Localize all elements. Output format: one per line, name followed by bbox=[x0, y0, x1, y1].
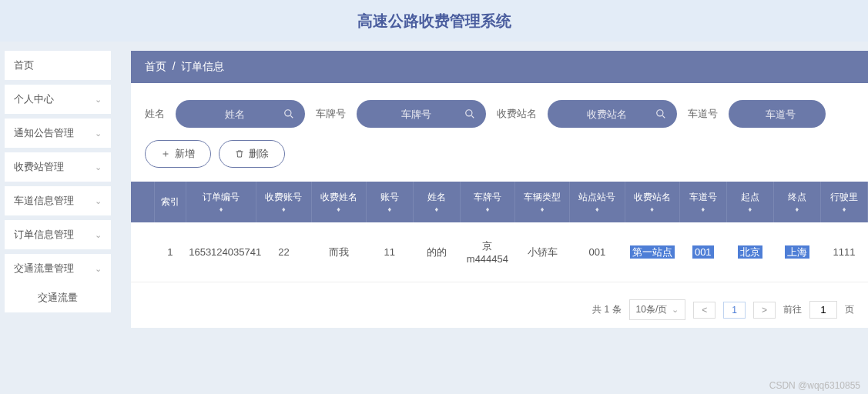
svg-point-2 bbox=[657, 110, 663, 116]
sidebar-item-notice[interactable]: 通知公告管理⌄ bbox=[5, 119, 111, 148]
chevron-down-icon: ⌄ bbox=[95, 129, 102, 139]
chevron-down-icon: ⌄ bbox=[95, 264, 102, 274]
pager-pagesize-select[interactable]: 10条/页 ⌄ bbox=[629, 299, 686, 320]
table-cell: 001 bbox=[570, 222, 625, 282]
filter-bar: 姓名 车牌号 收费站名 车道号 bbox=[131, 83, 868, 135]
table-cell: 的的 bbox=[413, 222, 460, 282]
table-cell: 而我 bbox=[311, 222, 366, 282]
filter-input-station[interactable] bbox=[565, 109, 649, 120]
filter-input-station-wrap bbox=[548, 100, 677, 128]
pagination: 共 1 条 10条/页 ⌄ < 1 > 前往 页 bbox=[131, 292, 868, 328]
table-cell: 1653124035741 bbox=[186, 222, 256, 282]
sidebar: 首页 个人中心⌄ 通知公告管理⌄ 收费站管理⌄ 车道信息管理⌄ 订单信息管理⌄ … bbox=[0, 42, 116, 394]
filter-label-station: 收费站名 bbox=[497, 107, 537, 121]
app-title: 高速公路收费管理系统 bbox=[357, 11, 511, 32]
sidebar-item-order[interactable]: 订单信息管理⌄ bbox=[5, 220, 111, 249]
pager-goto-input[interactable] bbox=[809, 301, 837, 319]
breadcrumb-current: 订单信息 bbox=[181, 60, 224, 72]
table-body: 1165312403574122而我11的的京m444454小轿车001第一站点… bbox=[131, 222, 868, 282]
pager-next-button[interactable]: > bbox=[753, 302, 776, 319]
svg-point-0 bbox=[285, 110, 291, 116]
sidebar-item-home[interactable]: 首页 bbox=[5, 51, 111, 80]
table-header-cell[interactable]: 站点站号♦ bbox=[570, 182, 625, 222]
table-cell: 京m444454 bbox=[460, 222, 514, 282]
action-bar: 新增 删除 bbox=[131, 135, 868, 182]
data-table-wrap: 索引订单编号♦收费账号♦收费姓名♦账号♦姓名♦车牌号♦车辆类型♦站点站号♦收费站… bbox=[131, 182, 868, 292]
table-header-cell[interactable]: 姓名♦ bbox=[413, 182, 460, 222]
sidebar-subitem-traffic[interactable]: 交通流量 bbox=[5, 283, 111, 312]
chevron-down-icon: ⌄ bbox=[95, 230, 102, 240]
main-content: 首页 / 订单信息 姓名 车牌号 收费站名 车道号 bbox=[116, 42, 868, 394]
table-cell: 11 bbox=[366, 222, 413, 282]
breadcrumb: 首页 / 订单信息 bbox=[131, 51, 868, 83]
filter-input-plate[interactable] bbox=[374, 109, 458, 120]
filter-input-lane[interactable] bbox=[746, 109, 815, 120]
search-icon bbox=[464, 109, 475, 119]
table-header-cell[interactable]: 车辆类型♦ bbox=[515, 182, 570, 222]
table-cell: 小轿车 bbox=[515, 222, 570, 282]
table-header-cell[interactable]: 车牌号♦ bbox=[460, 182, 514, 222]
table-header-cell[interactable]: 起点♦ bbox=[726, 182, 773, 222]
pager-prev-button[interactable]: < bbox=[693, 302, 716, 319]
table-cell: 001 bbox=[679, 222, 726, 282]
table-cell: 1111 bbox=[820, 222, 867, 282]
watermark: CSDN @wqq6310855 bbox=[769, 380, 860, 391]
app-header: 高速公路收费管理系统 bbox=[0, 0, 868, 42]
sidebar-item-traffic[interactable]: 交通流量管理⌄ bbox=[5, 254, 111, 283]
chevron-down-icon: ⌄ bbox=[672, 305, 679, 315]
filter-input-name-wrap bbox=[176, 100, 305, 128]
table-header-cell[interactable]: 索引 bbox=[155, 182, 186, 222]
filter-input-plate-wrap bbox=[357, 100, 486, 128]
chevron-down-icon: ⌄ bbox=[95, 196, 102, 206]
plus-icon bbox=[161, 149, 170, 159]
pager-goto-suffix: 页 bbox=[845, 303, 854, 316]
filter-input-name[interactable] bbox=[193, 109, 277, 120]
pager-total: 共 1 条 bbox=[592, 303, 621, 316]
delete-button[interactable]: 删除 bbox=[219, 140, 285, 168]
table-header-cell[interactable]: 车道号♦ bbox=[679, 182, 726, 222]
sidebar-item-tollstation[interactable]: 收费站管理⌄ bbox=[5, 152, 111, 182]
table-header-cell[interactable]: 订单编号♦ bbox=[186, 182, 256, 222]
table-cell: 1 bbox=[155, 222, 186, 282]
data-table: 索引订单编号♦收费账号♦收费姓名♦账号♦姓名♦车牌号♦车辆类型♦站点站号♦收费站… bbox=[131, 182, 868, 282]
sidebar-item-profile[interactable]: 个人中心⌄ bbox=[5, 85, 111, 114]
filter-label-lane: 车道号 bbox=[688, 107, 718, 121]
table-header-cell[interactable]: 收费姓名♦ bbox=[311, 182, 366, 222]
chevron-down-icon: ⌄ bbox=[95, 162, 102, 172]
table-header-cell[interactable]: 终点♦ bbox=[773, 182, 820, 222]
pager-page-1[interactable]: 1 bbox=[723, 302, 746, 319]
table-header-cell[interactable]: 收费账号♦ bbox=[256, 182, 311, 222]
trash-icon bbox=[235, 149, 244, 159]
table-header-row: 索引订单编号♦收费账号♦收费姓名♦账号♦姓名♦车牌号♦车辆类型♦站点站号♦收费站… bbox=[131, 182, 868, 222]
chevron-down-icon: ⌄ bbox=[95, 95, 102, 105]
table-cell: 北京 bbox=[726, 222, 773, 282]
table-cell: 上海 bbox=[773, 222, 820, 282]
table-header-cell[interactable]: 行驶里♦ bbox=[820, 182, 867, 222]
filter-input-lane-wrap bbox=[729, 100, 826, 128]
search-icon bbox=[283, 109, 294, 119]
table-cell: 22 bbox=[256, 222, 311, 282]
table-row[interactable]: 1165312403574122而我11的的京m444454小轿车001第一站点… bbox=[131, 222, 868, 282]
breadcrumb-root[interactable]: 首页 bbox=[145, 60, 166, 72]
filter-label-name: 姓名 bbox=[145, 107, 165, 121]
table-header-cell[interactable]: 账号♦ bbox=[366, 182, 413, 222]
table-header-cell[interactable]: 收费站名♦ bbox=[625, 182, 679, 222]
pager-goto-prefix: 前往 bbox=[783, 303, 802, 316]
table-cell: 第一站点 bbox=[625, 222, 679, 282]
sidebar-item-lane[interactable]: 车道信息管理⌄ bbox=[5, 186, 111, 215]
search-icon bbox=[655, 109, 666, 119]
filter-label-plate: 车牌号 bbox=[316, 107, 346, 121]
layout: 首页 个人中心⌄ 通知公告管理⌄ 收费站管理⌄ 车道信息管理⌄ 订单信息管理⌄ … bbox=[0, 42, 868, 394]
svg-point-1 bbox=[466, 110, 472, 116]
add-button[interactable]: 新增 bbox=[145, 140, 211, 168]
